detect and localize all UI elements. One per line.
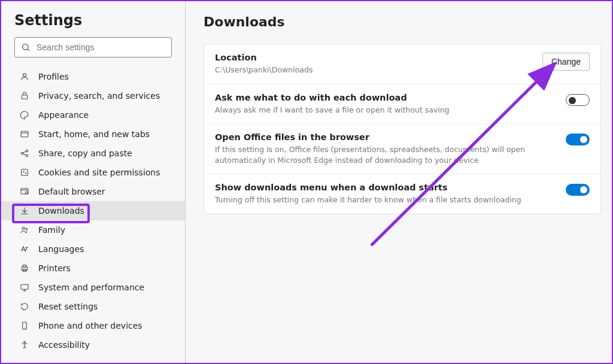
sidebar-item-label: Reset settings <box>38 302 172 311</box>
sidebar-item-label: Share, copy and paste <box>38 148 172 158</box>
appearance-icon <box>19 110 30 120</box>
sidebar-item-label: Profiles <box>38 72 172 81</box>
open-office-row: Open Office files in the browser If this… <box>204 124 600 174</box>
sidebar-item-default-browser[interactable]: Default browser <box>1 182 185 201</box>
phone-icon <box>19 320 30 331</box>
open-office-toggle[interactable] <box>566 134 590 145</box>
profile-icon <box>19 71 30 82</box>
sidebar-item-label: System and performance <box>38 283 172 292</box>
svg-rect-3 <box>22 95 27 99</box>
svg-line-10 <box>23 154 26 156</box>
change-location-button[interactable]: Change <box>542 53 590 71</box>
search-icon <box>21 43 31 52</box>
show-menu-toggle[interactable] <box>566 184 590 196</box>
open-office-title: Open Office files in the browser <box>215 132 559 142</box>
location-path: C:\Users\panki\Downloads <box>215 65 535 75</box>
page-title: Downloads <box>204 14 601 29</box>
svg-point-16 <box>25 192 28 194</box>
sidebar-item-label: Privacy, search, and services <box>38 91 172 101</box>
location-row: Location C:\Users\panki\Downloads Change <box>204 44 600 84</box>
sidebar-item-label: Family <box>38 225 172 235</box>
ask-download-desc: Always ask me if I want to save a file o… <box>215 105 559 116</box>
lock-icon <box>19 90 30 101</box>
svg-rect-4 <box>21 131 28 136</box>
sidebar-item-label: Phone and other devices <box>38 321 172 330</box>
sidebar-item-share[interactable]: Share, copy and paste <box>1 144 185 163</box>
search-settings-box[interactable] <box>14 37 172 57</box>
family-icon <box>19 225 30 235</box>
sidebar-item-printers[interactable]: Printers <box>1 259 185 278</box>
sidebar-item-label: Default browser <box>38 187 172 196</box>
cookie-icon <box>19 167 30 178</box>
search-input[interactable] <box>37 43 165 52</box>
language-icon <box>19 244 30 254</box>
sidebar-item-label: Start, home, and new tabs <box>38 129 172 139</box>
svg-rect-25 <box>21 284 28 289</box>
sidebar-item-privacy[interactable]: Privacy, search, and services <box>1 86 185 105</box>
sidebar-item-family[interactable]: Family <box>1 220 185 239</box>
sidebar-item-label: Appearance <box>38 110 172 120</box>
open-office-desc: If this setting is on, Office files (pre… <box>215 144 559 165</box>
svg-point-30 <box>24 341 26 343</box>
accessibility-icon <box>19 339 30 350</box>
sidebar-item-system[interactable]: System and performance <box>1 278 185 297</box>
svg-point-0 <box>23 44 28 50</box>
svg-rect-14 <box>21 189 28 194</box>
svg-rect-23 <box>23 265 26 267</box>
sidebar-item-label: Languages <box>38 244 172 254</box>
ask-download-title: Ask me what to do with each download <box>215 93 559 102</box>
ask-download-row: Ask me what to do with each download Alw… <box>204 84 600 125</box>
download-icon <box>19 205 30 216</box>
sidebar-item-profiles[interactable]: Profiles <box>1 67 185 86</box>
svg-rect-22 <box>22 267 27 270</box>
sidebar-item-downloads[interactable]: Downloads <box>1 201 185 220</box>
sidebar-item-label: Cookies and site permissions <box>38 168 172 177</box>
reset-icon <box>19 301 30 312</box>
show-menu-row: Show downloads menu when a download star… <box>204 174 600 214</box>
tab-icon <box>19 129 30 139</box>
show-menu-desc: Turning off this setting can make it har… <box>215 195 559 205</box>
show-menu-title: Show downloads menu when a download star… <box>215 183 559 192</box>
svg-line-9 <box>23 151 26 153</box>
sidebar-item-phone[interactable]: Phone and other devices <box>1 316 185 335</box>
browser-icon <box>19 186 30 197</box>
share-icon <box>19 148 30 159</box>
svg-point-12 <box>23 171 24 172</box>
svg-point-2 <box>23 74 26 77</box>
location-title: Location <box>215 53 535 62</box>
svg-line-1 <box>28 49 29 51</box>
sidebar-item-label: Printers <box>38 263 172 273</box>
sidebar-item-languages[interactable]: Languages <box>1 239 185 259</box>
settings-sidebar: Settings Profiles Privacy, search, and s… <box>1 1 186 363</box>
system-icon <box>19 282 30 293</box>
ask-download-toggle[interactable] <box>566 94 590 106</box>
svg-point-19 <box>22 227 25 229</box>
printer-icon <box>19 263 30 274</box>
sidebar-item-cookies[interactable]: Cookies and site permissions <box>1 163 185 182</box>
svg-point-13 <box>25 173 26 174</box>
sidebar-item-reset[interactable]: Reset settings <box>1 297 185 316</box>
sidebar-item-appearance[interactable]: Appearance <box>1 105 185 125</box>
sidebar-title: Settings <box>1 12 185 37</box>
svg-point-20 <box>26 228 28 230</box>
sidebar-item-start[interactable]: Start, home, and new tabs <box>1 125 185 144</box>
sidebar-item-accessibility[interactable]: Accessibility <box>1 335 185 354</box>
sidebar-item-label: Downloads <box>38 206 172 216</box>
main-content: Downloads Location C:\Users\panki\Downlo… <box>186 1 612 363</box>
downloads-settings-card: Location C:\Users\panki\Downloads Change… <box>204 44 601 214</box>
sidebar-item-label: Accessibility <box>38 340 172 350</box>
sidebar-nav: Profiles Privacy, search, and services A… <box>1 65 185 354</box>
svg-rect-11 <box>22 169 28 176</box>
